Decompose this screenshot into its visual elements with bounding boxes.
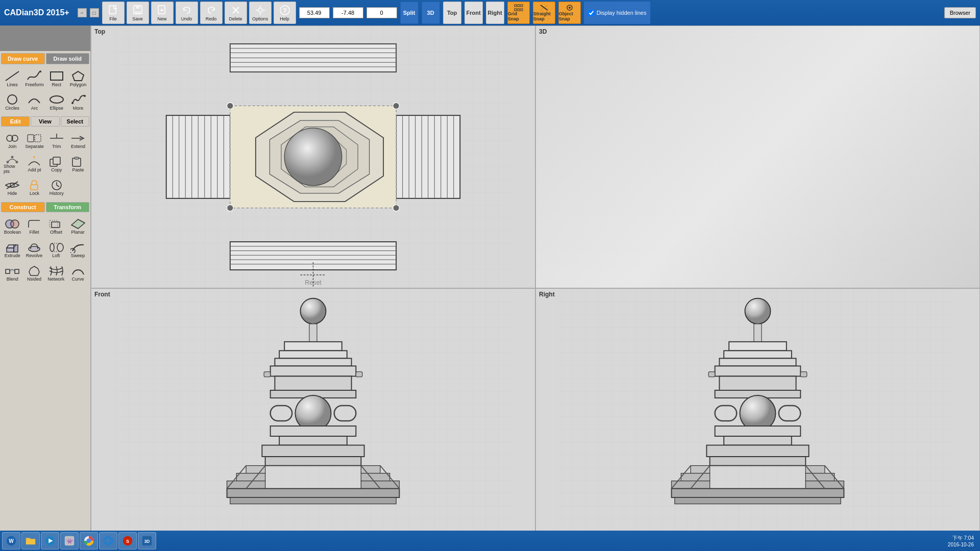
svg-rect-147 <box>309 324 317 342</box>
maximize-button[interactable]: □ <box>90 8 99 17</box>
show-pts-tool[interactable]: Show pts <box>2 153 22 176</box>
right-view-drawing <box>536 289 979 550</box>
svg-text:?: ? <box>283 7 287 14</box>
save-button[interactable]: Save <box>127 2 149 24</box>
file-button[interactable]: File <box>102 2 125 24</box>
svg-rect-16 <box>514 5 517 7</box>
minimize-button[interactable]: − <box>78 8 87 17</box>
draw-tabs: Draw curve Draw solid <box>1 53 89 64</box>
new-button[interactable]: New <box>151 2 174 24</box>
select-tab[interactable]: Select <box>61 116 89 127</box>
more-tool[interactable]: More <box>68 91 88 113</box>
hide-tool[interactable]: Hide <box>2 177 22 199</box>
svg-rect-183 <box>800 372 807 377</box>
start-button[interactable]: W <box>2 532 20 549</box>
svg-point-64 <box>50 243 54 252</box>
draw-solid-tab[interactable]: Draw solid <box>46 53 90 64</box>
lock-tool[interactable]: Lock <box>23 177 45 199</box>
edit-tab[interactable]: Edit <box>1 116 30 127</box>
viewport-area: Top <box>91 26 980 551</box>
taskbar-ie[interactable] <box>99 532 117 549</box>
front-viewport[interactable]: Front <box>91 288 535 551</box>
copy-tool[interactable]: Copy <box>46 153 67 176</box>
draw-curve-tab[interactable]: Draw curve <box>1 53 45 64</box>
coord-y-input[interactable] <box>333 7 363 18</box>
object-snap-button[interactable]: Object Snap <box>558 2 581 24</box>
redo-button[interactable]: Redo <box>200 2 223 24</box>
svg-rect-19 <box>514 9 517 11</box>
browser-button[interactable]: Browser <box>944 7 976 18</box>
paste-tool[interactable]: Paste <box>68 153 88 176</box>
svg-rect-191 <box>706 445 808 457</box>
main-layout: Draw curve Draw solid Lines Freeform Rec… <box>0 26 980 551</box>
top-viewport-content: Reset <box>91 26 535 288</box>
construct-tab[interactable]: Construct <box>1 202 45 212</box>
titlebar: CADian3D 2015+ − □ File Save New Undo Re… <box>0 0 980 26</box>
svg-point-109 <box>227 205 234 211</box>
undo-button[interactable]: Undo <box>176 2 198 24</box>
svg-text:Reset: Reset <box>305 279 322 286</box>
fillet-tool[interactable]: Fillet <box>24 215 45 238</box>
options-button[interactable]: Options <box>249 2 272 24</box>
taskbar-media[interactable] <box>41 532 59 549</box>
right-viewport[interactable]: Right <box>535 288 980 551</box>
construct-tools-grid: Boolean Fillet Offset Planar Extrude Rev… <box>0 214 90 286</box>
transform-tab[interactable]: Transform <box>46 202 90 212</box>
view-right-button[interactable]: Right <box>486 2 504 24</box>
svg-rect-48 <box>75 157 79 159</box>
trim-tool[interactable]: Trim <box>46 130 67 152</box>
sweep-tool[interactable]: Sweep <box>67 239 88 261</box>
coord-x-input[interactable] <box>299 7 330 18</box>
coord-z-input[interactable] <box>366 7 397 18</box>
svg-rect-35 <box>28 135 34 142</box>
grid-snap-button[interactable]: Grid Snap <box>507 2 530 24</box>
revolve-tool[interactable]: Revolve <box>24 239 45 261</box>
extrude-tool[interactable]: Extrude <box>2 239 23 261</box>
extend-tool[interactable]: Extend <box>68 130 88 152</box>
top-viewport[interactable]: Top <box>91 26 535 288</box>
straight-snap-button[interactable]: Straight Snap <box>533 2 555 24</box>
svg-rect-17 <box>518 5 520 7</box>
hidden-lines-toggle[interactable]: Display hidden lines <box>584 2 651 24</box>
offset-tool[interactable]: Offset <box>46 215 67 238</box>
3d-viewport-label: 3D <box>539 28 547 35</box>
nsided-tool[interactable]: Nsided <box>24 262 45 285</box>
svg-rect-164 <box>236 473 265 481</box>
circles-tool[interactable]: Circles <box>2 91 22 113</box>
add-pt-tool[interactable]: Add pt <box>23 153 45 176</box>
split-view-button[interactable]: Split <box>400 2 419 24</box>
separate-tool[interactable]: Separate <box>23 130 45 152</box>
network-tool[interactable]: Network <box>46 262 67 285</box>
planar-tool[interactable]: Planar <box>67 215 88 238</box>
svg-rect-170 <box>230 497 396 504</box>
blend-tool[interactable]: Blend <box>2 262 23 285</box>
delete-button[interactable]: Delete <box>225 2 247 24</box>
svg-point-146 <box>300 298 326 324</box>
boolean-tool[interactable]: Boolean <box>2 215 23 238</box>
taskbar-app3[interactable]: 👾 <box>60 532 79 549</box>
taskbar: W 👾 S 3D 下午 7:04 2016-10-26 <box>0 531 980 551</box>
taskbar-file-manager[interactable] <box>21 532 40 549</box>
svg-rect-21 <box>521 9 523 11</box>
view-front-button[interactable]: Front <box>464 2 483 24</box>
polygon-tool[interactable]: Polygon <box>68 67 88 90</box>
taskbar-app6[interactable]: S <box>118 532 137 549</box>
curve-tool[interactable]: Curve <box>67 262 88 285</box>
view-tab[interactable]: View <box>31 116 59 127</box>
svg-rect-70 <box>15 269 19 273</box>
ellipse-tool[interactable]: Ellipse <box>46 91 67 113</box>
view-3d-button[interactable]: 3D <box>422 2 440 24</box>
join-tool[interactable]: Join <box>2 130 22 152</box>
taskbar-cad[interactable]: 3D <box>138 532 156 549</box>
freeform-tool[interactable]: Freeform <box>23 67 45 90</box>
rect-tool[interactable]: Rect <box>46 67 67 90</box>
help-button[interactable]: ? Help <box>274 2 296 24</box>
hidden-lines-checkbox[interactable] <box>588 10 595 16</box>
lines-tool[interactable]: Lines <box>2 67 22 90</box>
3d-viewport[interactable]: 3D <box>535 26 980 288</box>
loft-tool[interactable]: Loft <box>46 239 67 261</box>
history-tool[interactable]: History <box>46 177 67 199</box>
arc-tool[interactable]: Arc <box>23 91 45 113</box>
view-top-button[interactable]: Top <box>443 2 461 24</box>
taskbar-chrome[interactable] <box>80 532 98 549</box>
